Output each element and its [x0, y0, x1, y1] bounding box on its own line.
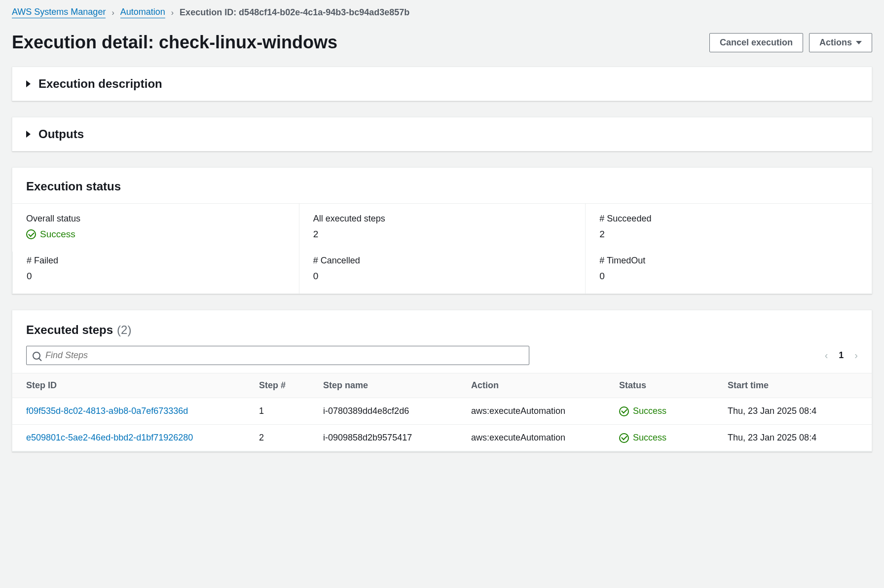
succeeded-label: # Succeeded	[599, 214, 858, 224]
search-input-wrapper[interactable]	[26, 346, 529, 365]
actions-label: Actions	[819, 37, 852, 48]
breadcrumb: AWS Systems Manager › Automation › Execu…	[12, 0, 872, 22]
step-id-link[interactable]: e509801c-5ae2-46ed-bbd2-d1bf71926280	[26, 433, 193, 442]
cancel-execution-button[interactable]: Cancel execution	[709, 33, 803, 52]
step-start: Thu, 23 Jan 2025 08:4	[723, 398, 872, 425]
execution-status-title: Execution status	[26, 180, 858, 193]
breadcrumb-section[interactable]: Automation	[120, 7, 165, 18]
failed-value: 0	[27, 271, 285, 282]
executed-steps-label: All executed steps	[313, 214, 572, 224]
triangle-right-icon	[26, 131, 31, 138]
col-start[interactable]: Start time	[723, 373, 872, 398]
timedout-value: 0	[599, 271, 858, 282]
breadcrumb-root[interactable]: AWS Systems Manager	[12, 7, 106, 18]
step-name: i-0780389dd4e8cf2d6	[318, 398, 466, 425]
step-action: aws:executeAutomation	[466, 398, 614, 425]
failed-label: # Failed	[27, 256, 285, 266]
check-circle-icon	[26, 229, 36, 239]
search-input[interactable]	[45, 350, 523, 361]
page-next[interactable]: ›	[854, 350, 858, 361]
outputs-title: Outputs	[38, 127, 84, 141]
col-status[interactable]: Status	[614, 373, 723, 398]
step-num: 2	[254, 425, 318, 451]
step-name: i-0909858d2b9575417	[318, 425, 466, 451]
cancelled-value: 0	[313, 271, 572, 282]
search-icon	[33, 352, 40, 360]
col-action[interactable]: Action	[466, 373, 614, 398]
cancel-execution-label: Cancel execution	[720, 37, 793, 48]
step-status-text: Success	[633, 433, 666, 443]
col-step-num[interactable]: Step #	[254, 373, 318, 398]
execution-description-title: Execution description	[38, 77, 162, 91]
pagination: ‹ 1 ›	[825, 350, 858, 361]
page-title: Execution detail: check-linux-windows	[12, 32, 337, 53]
col-step-id[interactable]: Step ID	[12, 373, 254, 398]
check-circle-icon	[619, 406, 629, 416]
triangle-right-icon	[26, 80, 31, 87]
step-status: Success	[619, 406, 718, 416]
executed-steps-title: Executed steps	[26, 323, 113, 337]
overall-status-text: Success	[40, 229, 75, 240]
check-circle-icon	[619, 433, 629, 443]
step-status-text: Success	[633, 406, 666, 416]
step-action: aws:executeAutomation	[466, 425, 614, 451]
col-step-name[interactable]: Step name	[318, 373, 466, 398]
overall-status-value: Success	[26, 229, 285, 240]
table-row: e509801c-5ae2-46ed-bbd2-d1bf71926280 2 i…	[12, 425, 872, 451]
executed-steps-value: 2	[313, 229, 572, 240]
caret-down-icon	[856, 41, 862, 44]
page-current: 1	[839, 350, 844, 361]
actions-button[interactable]: Actions	[809, 33, 872, 52]
overall-status-label: Overall status	[26, 214, 285, 224]
execution-description-toggle[interactable]: Execution description	[12, 67, 872, 101]
succeeded-value: 2	[599, 229, 858, 240]
executed-steps-count: (2)	[117, 323, 131, 337]
cancelled-label: # Cancelled	[313, 256, 572, 266]
table-row: f09f535d-8c02-4813-a9b8-0a7ef673336d 1 i…	[12, 398, 872, 425]
step-status: Success	[619, 433, 718, 443]
breadcrumb-current: Execution ID: d548cf14-b02e-4c1a-94b3-bc…	[180, 7, 409, 18]
outputs-toggle[interactable]: Outputs	[12, 117, 872, 151]
step-start: Thu, 23 Jan 2025 08:4	[723, 425, 872, 451]
page-prev[interactable]: ‹	[825, 350, 828, 361]
step-num: 1	[254, 398, 318, 425]
chevron-right-icon: ›	[171, 8, 174, 17]
chevron-right-icon: ›	[111, 8, 114, 17]
steps-table: Step ID Step # Step name Action Status S…	[12, 373, 872, 451]
step-id-link[interactable]: f09f535d-8c02-4813-a9b8-0a7ef673336d	[26, 406, 188, 416]
timedout-label: # TimedOut	[599, 256, 858, 266]
